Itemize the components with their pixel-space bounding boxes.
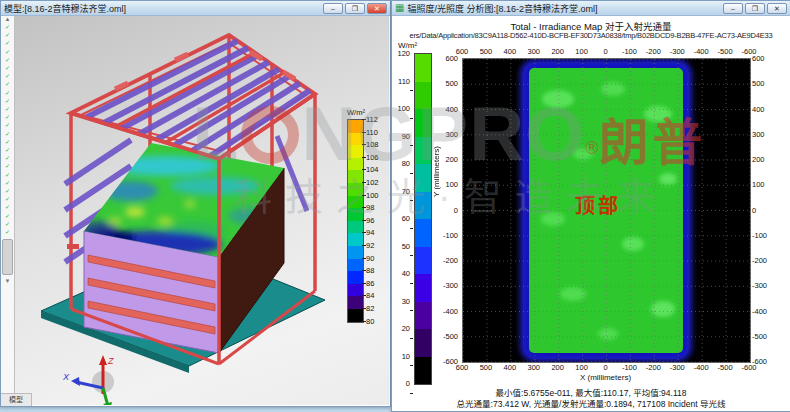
- axis-tick-label: 300: [527, 363, 540, 372]
- tree-check-icon: ✓: [1, 48, 14, 56]
- axis-tick-label: 600: [445, 54, 458, 63]
- axis-tick-label: 100: [575, 363, 588, 372]
- colorbar-tick: [362, 232, 366, 233]
- colorbar-tick: [362, 258, 366, 259]
- colorbar-tick: [410, 365, 413, 366]
- tree-check-icon: ✓: [1, 39, 14, 47]
- colorbar-tick-label: 94: [366, 228, 374, 237]
- axis-tick-label: 400: [504, 47, 517, 56]
- colorbar-tick: [410, 255, 413, 256]
- axis-tick-label: 500: [752, 79, 765, 88]
- colorbar-tick-label: 80: [366, 317, 374, 326]
- colorbar-tick-label: 100: [366, 191, 379, 200]
- maximize-button[interactable]: ❐: [745, 3, 765, 14]
- tree-check-icon: ✓: [1, 113, 14, 121]
- axis-tick-label: -400: [694, 363, 709, 372]
- tree-check-icon: ✓: [1, 228, 14, 236]
- colorbar-tick-label: 40: [402, 269, 410, 278]
- model-window-titlebar[interactable]: 模型:[8.16-2音特穆法齐堂.oml] – ❐ ✕: [1, 1, 390, 16]
- axis-tick-label: -100: [752, 231, 767, 240]
- colorbar-segment: [415, 302, 431, 330]
- colorbar-tick-label: 112: [366, 115, 378, 124]
- model-colorbar: W/m² 11211010810610410210098969492908886…: [345, 108, 391, 119]
- tree-check-icon: ✓: [1, 171, 14, 179]
- axis-tick-label: -300: [670, 47, 685, 56]
- colorbar-segment: [415, 137, 431, 165]
- colorbar-segment: [415, 192, 431, 220]
- axes-indicator: Z X: [62, 355, 114, 405]
- minimize-button[interactable]: –: [323, 3, 343, 14]
- axis-tick-label: 0: [454, 206, 458, 215]
- x-axis-label: X: [62, 372, 70, 382]
- model-tab[interactable]: 模型: [1, 393, 32, 406]
- tree-check-icon: ✓: [1, 56, 14, 64]
- maximize-button[interactable]: ❐: [345, 3, 365, 14]
- colorbar-tick-label: 110: [366, 128, 378, 137]
- model-3d-viewport[interactable]: Z X W/m² 1121101081061041021009896949290…: [15, 16, 389, 405]
- colorbar-tick-label: 86: [366, 279, 374, 288]
- tree-check-icon: ✓: [1, 179, 14, 187]
- irradiance-window-content: Total - Irradiance Map 对于入射光通量 ers/Data/…: [392, 16, 790, 411]
- colorbar-tick: [362, 295, 366, 296]
- model-tree-strip[interactable]: ▲ ✓✓✓✓✓✓✓✓✓✓✓✓✓✓✓✓✓✓✓✓✓✓✓✓✓✓ ▼: [1, 16, 15, 394]
- colorbar-tick-label: 106: [366, 153, 379, 162]
- colorbar-segment: [415, 247, 431, 275]
- axis-tick-label: 500: [480, 363, 493, 372]
- colorbar-tick: [362, 283, 366, 284]
- y-ticks-left: 6005004003002001000-100-200-300-400-500-…: [436, 58, 458, 361]
- axis-tick-label: 0: [603, 47, 607, 56]
- close-button[interactable]: ✕: [367, 3, 387, 14]
- axis-tick-label: 400: [752, 105, 765, 114]
- axis-tick-label: -300: [752, 281, 767, 290]
- axis-tick-label: -300: [670, 363, 685, 372]
- axis-tick-label: 500: [480, 47, 493, 56]
- x-ticks-bottom: 6005004003002001000-100-200-300-400-500-…: [462, 363, 749, 372]
- irradiance-window-titlebar[interactable]: ▦ 辐照度/光照度 分析图:[8.16-2音特穆法齐堂.oml] – ❐ ✕: [392, 1, 790, 16]
- colorbar-tick: [362, 169, 366, 170]
- colorbar-tick: [362, 119, 366, 120]
- colorbar-segment: [415, 357, 431, 385]
- minimize-button[interactable]: –: [723, 3, 743, 14]
- tree-check-icon: ✓: [1, 154, 14, 162]
- cage-model-drawing: Z X: [15, 16, 390, 405]
- colorbar-tick-label: 10: [402, 352, 410, 361]
- axis-tick-label: -200: [752, 256, 767, 265]
- axis-tick-label: -500: [752, 332, 767, 341]
- axis-tick-label: -400: [694, 47, 709, 56]
- colorbar-tick: [362, 195, 366, 196]
- model-colorbar-labels: 1121101081061041021009896949290888684828…: [345, 119, 391, 321]
- colorbar-tick-label: 110: [398, 77, 410, 86]
- axis-tick-label: -400: [443, 307, 458, 316]
- colorbar-segment: [415, 54, 431, 82]
- colorbar-segment: [415, 164, 431, 192]
- colorbar-tick: [410, 228, 413, 229]
- colorbar-tick-label: 100: [397, 104, 410, 113]
- z-axis-label: Z: [107, 356, 114, 366]
- map-colorbar-bar: [414, 53, 432, 385]
- colorbar-tick-label: 90: [366, 254, 374, 263]
- colorbar-tick: [362, 144, 366, 145]
- irradiance-map-plot[interactable]: 顶部: [462, 58, 751, 363]
- close-button[interactable]: ✕: [767, 3, 787, 14]
- colorbar-tick-label: 20: [402, 324, 410, 333]
- axis-tick-label: -200: [646, 363, 661, 372]
- axis-tick-label: -600: [752, 357, 767, 366]
- colorbar-tick-label: 30: [402, 297, 410, 306]
- colorbar-tick-label: 120: [397, 49, 410, 58]
- scrollbar-thumb[interactable]: [2, 239, 13, 275]
- map-source-path: ers/Data/Application/83C9A118-D562-410D-…: [394, 31, 788, 40]
- colorbar-tick: [362, 132, 366, 133]
- document-icon: ▦: [395, 3, 404, 13]
- colorbar-tick: [362, 245, 366, 246]
- colorbar-tick-label: 88: [366, 266, 374, 275]
- tree-check-icon: ✓: [1, 64, 14, 72]
- colorbar-tick: [362, 270, 366, 271]
- colorbar-tick-label: 98: [366, 203, 374, 212]
- axis-tick-label: 300: [527, 47, 540, 56]
- tree-check-icon: ✓: [1, 105, 14, 113]
- scroll-down-icon[interactable]: ▼: [1, 278, 14, 285]
- x-axis-title: X (millimeters): [462, 373, 749, 382]
- scroll-up-icon[interactable]: ▲: [1, 16, 14, 23]
- axis-tick-label: 100: [752, 180, 765, 189]
- colorbar-segment: [415, 219, 431, 247]
